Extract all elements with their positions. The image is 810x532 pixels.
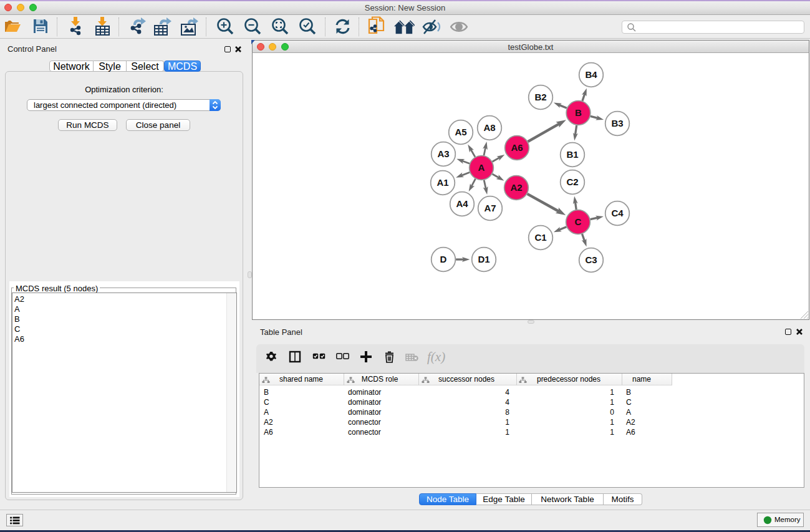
svg-text:A3: A3 bbox=[437, 148, 449, 159]
svg-text:B4: B4 bbox=[585, 69, 597, 80]
svg-text:A5: A5 bbox=[455, 127, 466, 137]
svg-text:C4: C4 bbox=[611, 208, 624, 218]
svg-text:C: C bbox=[575, 216, 582, 227]
svg-text:A1: A1 bbox=[436, 177, 448, 188]
svg-text:A7: A7 bbox=[484, 203, 496, 213]
svg-text:D: D bbox=[440, 254, 447, 264]
svg-text:B1: B1 bbox=[566, 149, 578, 160]
svg-text:C3: C3 bbox=[585, 254, 597, 265]
svg-text:C1: C1 bbox=[534, 232, 546, 243]
svg-text:B3: B3 bbox=[611, 118, 623, 128]
svg-text:C2: C2 bbox=[566, 177, 578, 187]
svg-text:A: A bbox=[478, 162, 485, 173]
svg-text:A2: A2 bbox=[510, 182, 522, 193]
svg-text:D1: D1 bbox=[478, 254, 489, 264]
svg-text:B: B bbox=[575, 107, 582, 118]
svg-text:A8: A8 bbox=[483, 122, 495, 133]
svg-text:A6: A6 bbox=[511, 142, 523, 153]
svg-text:B2: B2 bbox=[534, 92, 546, 102]
svg-text:A4: A4 bbox=[456, 198, 468, 209]
